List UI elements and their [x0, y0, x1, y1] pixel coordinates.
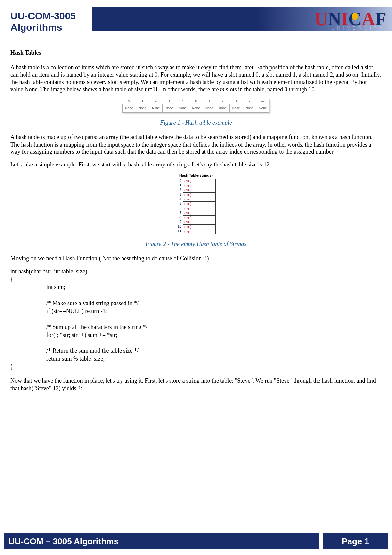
figure-1-caption: Figure 1 - Hash table example [10, 119, 382, 127]
section-heading: Hash Tables [10, 49, 382, 57]
fig2-index: 6 [176, 206, 183, 211]
fig2-cell: (null) [183, 220, 216, 225]
fig1-index: 7 [216, 98, 229, 104]
fig2-index: 4 [176, 197, 183, 202]
fig2-cell: (null) [183, 225, 216, 229]
code-open: { [10, 276, 13, 283]
fig2-cell: (null) [183, 197, 216, 202]
fig1-cell: None [122, 104, 136, 113]
fig2-cell: (null) [183, 183, 216, 188]
fig1-cell: None [229, 104, 243, 113]
fig1-index: 2 [149, 98, 163, 104]
code-l7: return sum % table_size; [10, 355, 382, 363]
fig2-cell: (null) [183, 179, 216, 183]
code-sig: int hash(char *str, int table_size) [10, 268, 87, 275]
code-close: } [10, 363, 13, 370]
paragraph-3: Let's take a simple example. First, we s… [10, 161, 382, 168]
fig1-cell: None [149, 104, 163, 113]
code-l1: int sum; [10, 283, 382, 291]
figure-2-title: Hash Table(strings) [10, 173, 382, 178]
figure-2: Hash Table(strings) 0(null)1(null)2(null… [10, 173, 382, 235]
footer-left: UU-COM – 3005 Algorithms [4, 533, 319, 549]
p1m: m [145, 86, 149, 93]
fig2-cell: (null) [183, 229, 216, 234]
fig2-index: 7 [176, 211, 183, 216]
fig2-index: 3 [176, 193, 183, 197]
unicaf-logo: UNICAF UNIVERSITY [314, 10, 386, 27]
fig1-index: 10 [256, 98, 270, 104]
fig2-cell: (null) [183, 206, 216, 211]
fig1-index: 8 [229, 98, 243, 104]
fig1-cell: None [256, 104, 270, 113]
figure-2-caption: Figure 2 - The empty Hash table of Strin… [10, 240, 382, 248]
course-code: UU-COM-3005 [10, 10, 76, 22]
fig1-cell: None [176, 104, 189, 113]
fig1-index: 1 [136, 98, 149, 104]
code-block: int hash(char *str, int table_size) { in… [10, 268, 382, 371]
p1m2: m [220, 86, 224, 93]
paragraph-intro: A hash table is a collection of items wh… [10, 64, 382, 93]
paragraph-4: Moving on we need a Hash Function ( Not … [10, 255, 382, 262]
code-l2: /* Make sure a valid string passed in */ [10, 299, 382, 307]
fig1-cell: None [189, 104, 203, 113]
fig1-cell: None [163, 104, 176, 113]
figure-1-table: 012345678910 NoneNoneNoneNoneNoneNoneNon… [122, 98, 270, 113]
paragraph-2: A hash table is made up of two parts: an… [10, 133, 382, 156]
figure-2-table: 0(null)1(null)2(null)3(null)4(null)5(nul… [176, 179, 216, 234]
fig1-index: 4 [176, 98, 189, 104]
fig2-index: 10 [176, 225, 183, 229]
logo-subtitle: UNIVERSITY [331, 26, 385, 30]
fig2-index: 9 [176, 220, 183, 225]
fig2-index: 8 [176, 216, 183, 220]
page-content: Hash Tables A hash table is a collection… [10, 49, 382, 397]
fig2-cell: (null) [183, 188, 216, 193]
fig2-cell: (null) [183, 193, 216, 197]
africa-icon [352, 13, 358, 20]
code-l4: /* Sum up all the characters in the stri… [10, 323, 382, 331]
fig2-cell: (null) [183, 202, 216, 206]
fig1-cell: None [243, 104, 256, 113]
fig1-index: 6 [203, 98, 216, 104]
course-title: UU-COM-3005 Algorithms [10, 10, 76, 33]
code-l6: /* Return the sum mod the table size */ [10, 347, 382, 355]
fig2-cell: (null) [183, 211, 216, 216]
fig1-cell: None [203, 104, 216, 113]
p1b: =11. In other words, there are [149, 86, 220, 93]
fig2-index: 1 [176, 183, 183, 188]
footer-right: Page 1 [323, 533, 388, 549]
footer: UU-COM – 3005 Algorithms Page 1 [0, 533, 392, 549]
fig2-index: 2 [176, 188, 183, 193]
code-l3: if (str==NULL) return -1; [10, 307, 382, 315]
paragraph-5: Now that we have the function in place, … [10, 377, 382, 392]
fig2-cell: (null) [183, 216, 216, 220]
fig1-index: 9 [243, 98, 256, 104]
fig2-index: 11 [176, 229, 183, 234]
fig1-cell: None [216, 104, 229, 113]
fig1-index: 0 [122, 98, 136, 104]
course-name: Algorithms [10, 22, 76, 33]
header-band: UNICAF UNIVERSITY [92, 7, 392, 31]
fig1-index: 5 [189, 98, 203, 104]
fig1-cell: None [136, 104, 149, 113]
figure-1: 012345678910 NoneNoneNoneNoneNoneNoneNon… [10, 98, 382, 114]
p1c: slots in the table, named 0 through 10. [224, 86, 316, 93]
fig1-index: 3 [163, 98, 176, 104]
code-l5: for( ; *str; str++) sum += *str; [10, 331, 382, 339]
fig2-index: 5 [176, 202, 183, 206]
fig2-index: 0 [176, 179, 183, 183]
